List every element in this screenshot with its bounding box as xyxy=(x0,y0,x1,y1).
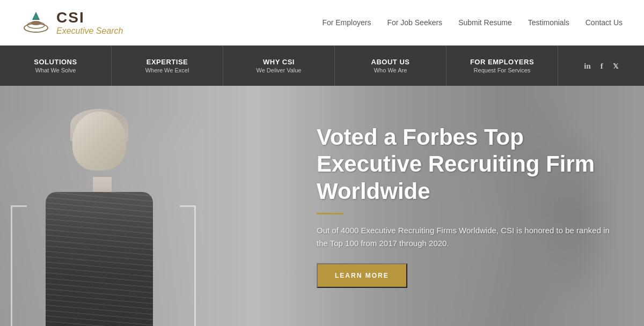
expertise-title: EXPERTISE xyxy=(147,58,188,66)
contact-us-link[interactable]: Contact Us xyxy=(586,18,623,27)
testimonials-link[interactable]: Testimonials xyxy=(528,18,569,27)
for-job-seekers-link[interactable]: For Job Seekers xyxy=(387,18,442,27)
logo-csi: CSI xyxy=(56,10,123,26)
for-employers-link[interactable]: For Employers xyxy=(322,18,371,27)
hero-content: Voted a Forbes Top Executive Recruiting … xyxy=(317,124,612,288)
person-neck xyxy=(93,177,112,193)
expertise-sub: Where We Excel xyxy=(145,67,189,73)
about-us-nav[interactable]: ABOUT US Who We Are xyxy=(335,46,447,86)
hero-divider xyxy=(317,213,343,214)
hero-description: Out of 4000 Executive Recruiting Firms W… xyxy=(317,224,612,250)
logo-subtitle: Executive Search xyxy=(56,26,123,36)
linkedin-icon[interactable] xyxy=(584,61,591,71)
hero-title: Voted a Forbes Top Executive Recruiting … xyxy=(317,124,612,205)
submit-resume-link[interactable]: Submit Resume xyxy=(458,18,512,27)
social-icons xyxy=(558,46,644,86)
logo[interactable]: CSI Executive Search xyxy=(21,9,123,36)
for-employers-nav-title: FOR EMPLOYERS xyxy=(470,58,534,66)
about-us-sub: Who We Are xyxy=(374,67,407,73)
twitter-icon[interactable] xyxy=(613,61,618,71)
top-nav: For Employers For Job Seekers Submit Res… xyxy=(322,18,623,27)
hero-section: Voted a Forbes Top Executive Recruiting … xyxy=(0,86,644,326)
nav-items: SOLUTIONS What We Solve EXPERTISE Where … xyxy=(0,46,558,86)
main-nav: SOLUTIONS What We Solve EXPERTISE Where … xyxy=(0,46,644,86)
for-employers-nav-sub: Request For Services xyxy=(474,67,531,73)
why-csi-sub: We Deliver Value xyxy=(257,67,302,73)
person-body xyxy=(46,192,153,326)
learn-more-button[interactable]: LEARN MORE xyxy=(317,263,407,288)
facebook-icon[interactable] xyxy=(601,61,603,71)
top-header: CSI Executive Search For Employers For J… xyxy=(0,0,644,46)
for-employers-nav[interactable]: FOR EMPLOYERS Request For Services xyxy=(447,46,558,86)
expertise-nav[interactable]: EXPERTISE Where We Excel xyxy=(112,46,223,86)
solutions-title: SOLUTIONS xyxy=(34,58,77,66)
person-silhouette xyxy=(16,106,188,326)
svg-point-2 xyxy=(31,21,41,25)
why-csi-nav[interactable]: WHY CSI We Deliver Value xyxy=(223,46,335,86)
logo-text: CSI Executive Search xyxy=(56,10,123,35)
hero-person xyxy=(0,101,204,326)
about-us-title: ABOUT US xyxy=(371,58,410,66)
why-csi-title: WHY CSI xyxy=(263,58,295,66)
person-head xyxy=(72,112,126,171)
solutions-nav[interactable]: SOLUTIONS What We Solve xyxy=(0,46,112,86)
solutions-sub: What We Solve xyxy=(35,67,76,73)
csi-logo-icon xyxy=(21,9,51,36)
